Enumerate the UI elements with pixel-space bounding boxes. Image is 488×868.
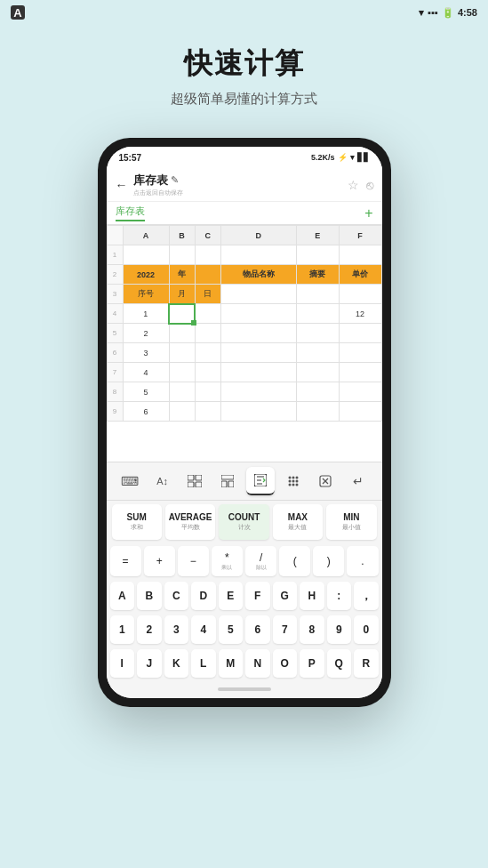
key-1[interactable]: 1 [110, 615, 135, 644]
cell-d4[interactable] [220, 304, 296, 324]
cell-e8[interactable] [296, 382, 339, 402]
min-button[interactable]: MIN 最小值 [326, 504, 376, 540]
cell-d8[interactable] [220, 382, 296, 402]
key-f[interactable]: F [245, 582, 270, 610]
cell-c5[interactable] [195, 324, 220, 343]
cell-a4[interactable]: 1 [123, 304, 169, 324]
cell-a6[interactable]: 3 [123, 343, 169, 363]
key-6[interactable]: 6 [245, 615, 270, 644]
tab-add-button[interactable]: + [364, 205, 372, 221]
average-button[interactable]: AVERAGE 平均数 [165, 504, 215, 540]
table-format-icon[interactable] [180, 467, 209, 495]
cell-e3[interactable] [296, 285, 339, 304]
cell-c2[interactable] [195, 265, 220, 285]
cell-c8[interactable] [195, 382, 220, 402]
cell-c9[interactable] [195, 402, 220, 422]
cell-f9[interactable] [339, 402, 381, 422]
cell-e7[interactable] [296, 363, 339, 382]
cell-e4[interactable] [296, 304, 339, 324]
key-colon[interactable]: : [327, 582, 352, 610]
layout-icon[interactable] [213, 467, 242, 495]
cell-a5[interactable]: 2 [123, 324, 169, 343]
col-header-b[interactable]: B [169, 226, 195, 245]
equals-button[interactable]: = [110, 546, 141, 576]
key-p[interactable]: P [300, 649, 324, 678]
key-q[interactable]: Q [327, 649, 352, 678]
cell-d6[interactable] [220, 343, 296, 363]
key-5[interactable]: 5 [219, 615, 244, 644]
col-header-e[interactable]: E [296, 226, 339, 245]
cell-f4[interactable]: 12 [339, 304, 381, 324]
key-8[interactable]: 8 [300, 615, 324, 644]
cell-d2[interactable]: 物品名称 [220, 265, 296, 285]
keyboard-icon[interactable]: ⌨ [116, 467, 144, 495]
share-icon[interactable]: ⎋ [366, 178, 373, 192]
multiply-button[interactable]: *乘以 [212, 546, 243, 576]
key-c[interactable]: C [164, 582, 189, 610]
cell-f3[interactable] [339, 285, 381, 304]
count-button[interactable]: COUNT 计次 [219, 504, 268, 540]
key-o[interactable]: O [273, 649, 298, 678]
cell-d1[interactable] [220, 245, 296, 265]
col-header-f[interactable]: F [339, 226, 381, 245]
cell-a3[interactable]: 序号 [123, 285, 169, 304]
cell-e5[interactable] [296, 324, 339, 343]
cell-f2[interactable]: 单价 [339, 265, 381, 285]
edit-icon[interactable]: ✎ [171, 174, 179, 186]
cell-b9[interactable] [169, 402, 195, 422]
max-button[interactable]: MAX 最大值 [273, 504, 323, 540]
key-l[interactable]: L [191, 649, 216, 678]
key-7[interactable]: 7 [273, 615, 298, 644]
key-b[interactable]: B [137, 582, 162, 610]
cell-c3[interactable]: 日 [195, 285, 220, 304]
cell-b6[interactable] [169, 343, 195, 363]
cell-a1[interactable] [123, 245, 169, 265]
cell-c7[interactable] [195, 363, 220, 382]
cell-a8[interactable]: 5 [123, 382, 169, 402]
cell-e2[interactable]: 摘要 [296, 265, 339, 285]
cell-e1[interactable] [296, 245, 339, 265]
cell-b7[interactable] [169, 363, 195, 382]
cell-b8[interactable] [169, 382, 195, 402]
key-9[interactable]: 9 [327, 615, 352, 644]
key-k[interactable]: K [164, 649, 189, 678]
cell-f8[interactable] [339, 382, 381, 402]
key-d[interactable]: D [191, 582, 216, 610]
key-3[interactable]: 3 [164, 615, 189, 644]
delete-format-icon[interactable] [311, 467, 340, 495]
star-icon[interactable]: ☆ [348, 178, 359, 192]
open-paren-button[interactable]: ( [279, 546, 310, 576]
cell-b2[interactable]: 年 [169, 265, 195, 285]
cell-a9[interactable]: 6 [123, 402, 169, 422]
apps-icon[interactable] [279, 467, 308, 495]
key-i[interactable]: I [110, 649, 135, 678]
formula-icon[interactable] [246, 467, 275, 495]
col-header-a[interactable]: A [123, 226, 169, 245]
minus-button[interactable]: − [178, 546, 209, 576]
key-0[interactable]: 0 [354, 615, 379, 644]
cell-b3[interactable]: 月 [169, 285, 195, 304]
cell-e6[interactable] [296, 343, 339, 363]
cell-b4[interactable] [169, 304, 195, 324]
cell-d3[interactable] [220, 285, 296, 304]
close-paren-button[interactable]: ) [313, 546, 344, 576]
key-h[interactable]: H [300, 582, 324, 610]
cell-c1[interactable] [195, 245, 220, 265]
key-2[interactable]: 2 [137, 615, 162, 644]
text-format-icon[interactable]: A↕ [148, 467, 177, 495]
cell-b1[interactable] [169, 245, 195, 265]
dot-button[interactable]: . [347, 546, 378, 576]
cell-f6[interactable] [339, 343, 381, 363]
cell-b5[interactable] [169, 324, 195, 343]
cell-d7[interactable] [220, 363, 296, 382]
cell-a2[interactable]: 2022 [123, 265, 169, 285]
cell-f7[interactable] [339, 363, 381, 382]
col-header-c[interactable]: C [195, 226, 220, 245]
key-n[interactable]: N [245, 649, 270, 678]
cell-e9[interactable] [296, 402, 339, 422]
key-m[interactable]: M [219, 649, 244, 678]
enter-key-icon[interactable]: ↵ [344, 467, 372, 495]
cell-d5[interactable] [220, 324, 296, 343]
plus-button[interactable]: + [144, 546, 175, 576]
key-e[interactable]: E [219, 582, 244, 610]
